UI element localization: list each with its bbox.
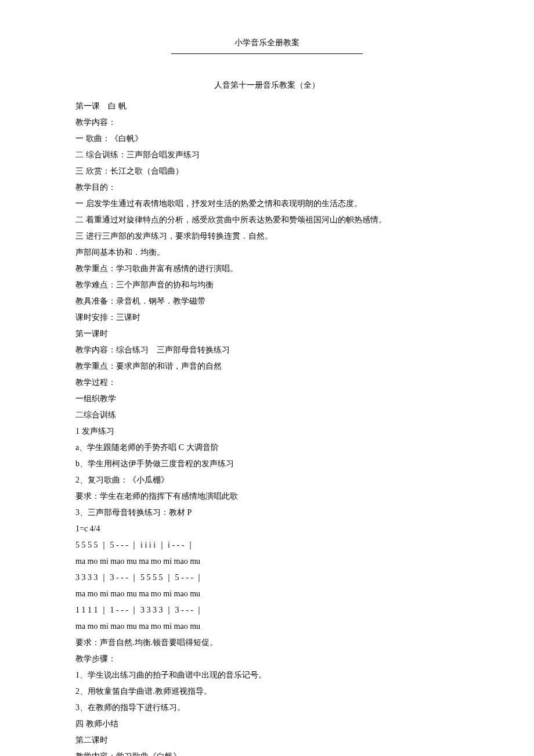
body-line: 2、复习歌曲：《小瓜棚》 [75,472,459,488]
body-line: 教学难点：三个声部声音的协和与均衡 [75,277,459,293]
body-line: 教具准备：录音机．钢琴．教学磁带 [75,293,459,309]
body-line: 要求：学生在老师的指挥下有感情地演唱此歌 [75,488,459,505]
body-line: 二综合训练 [75,407,459,423]
body-line: 教学目的： [75,179,459,196]
body-line: 2、用牧童笛自学曲谱.教师巡视指导。 [75,683,459,700]
body-line: 教学内容： [75,114,459,131]
document-title: 人音第十一册音乐教案（全） [75,77,459,93]
body-line: 教学重点：要求声部的和谐，声音的自然 [75,358,459,375]
body-line: 1 发声练习 [75,423,459,440]
body-line: 教学重点：学习歌曲并富有感情的进行演唱。 [75,261,459,277]
body-line: 一 歌曲：《白帆》 [75,131,459,147]
body-line: 第一课 白 帆 [75,98,459,114]
body-line: 教学步骤： [75,651,459,667]
body-line: 课时安排：三课时 [75,309,459,326]
body-line: 三 欣赏：长江之歌（合唱曲） [75,163,459,179]
body-line: 3、三声部母音转换练习：教材 P [75,505,459,521]
body-line: 1=c 4/4 [75,521,459,537]
body-line: 一组织教学 [75,391,459,407]
body-line: 1、学生说出练习曲的拍子和曲谱中出现的音乐记号。 [75,667,459,683]
body-line: 声部间基本协和．均衡。 [75,244,459,261]
body-line: ma mo mi mao mu ma mo mi mao mu [75,618,459,635]
body-line: ma mo mi mao mu ma mo mi mao mu [75,553,459,570]
body-line: ma mo mi mao mu ma mo mi mao mu [75,586,459,602]
body-line: 3 3 3 3 ｜ 3 - - - ｜ 5 5 5 5 ｜ 5 - - - ｜ [75,570,459,586]
title-text: 人音第十一册音乐教案（全） [214,81,320,89]
header-text: 小学音乐全册教案 [234,38,300,47]
body-line: 3、在教师的指导下进行练习。 [75,700,459,716]
body-line: 三 进行三声部的发声练习，要求韵母转换连贯．自然。 [75,228,459,244]
body-line: 第一课时 [75,326,459,342]
body-line: 二 综合训练：三声部合唱发声练习 [75,147,459,163]
body-line: 1 1 1 1 ｜ 1 - - - ｜ 3 3 3 3 ｜ 3 - - - ｜ [75,602,459,618]
body-line: 一 启发学生通过有表情地歌唱，抒发对生活的热爱之情和表现明朗的生活态度。 [75,196,459,212]
document-body: 第一课 白 帆教学内容：一 歌曲：《白帆》二 综合训练：三声部合唱发声练习三 欣… [75,98,459,756]
body-line: 教学过程： [75,375,459,391]
body-line: 第二课时 [75,732,459,748]
body-line: 二 着重通过对旋律特点的分析，感受欣赏曲中所表达热爱和赞颂祖国河山的帜热感情。 [75,212,459,228]
body-line: b、学生用柯达伊手势做三度音程的发声练习 [75,456,459,472]
body-line: 教学内容：学习歌曲《白帆》 [75,748,459,756]
body-line: a、学生跟随老师的手势齐唱 C 大调音阶 [75,440,459,456]
page-header: 小学音乐全册教案 [171,35,363,54]
body-line: 教学内容：综合练习 三声部母音转换练习 [75,342,459,358]
body-line: 要求：声音自然.均衡.顿音要唱得短促。 [75,635,459,651]
body-line: 四 教师小结 [75,716,459,732]
body-line: 5 5 5 5 ｜ 5 - - - ｜ i i i i ｜ i - - - ｜ [75,537,459,553]
